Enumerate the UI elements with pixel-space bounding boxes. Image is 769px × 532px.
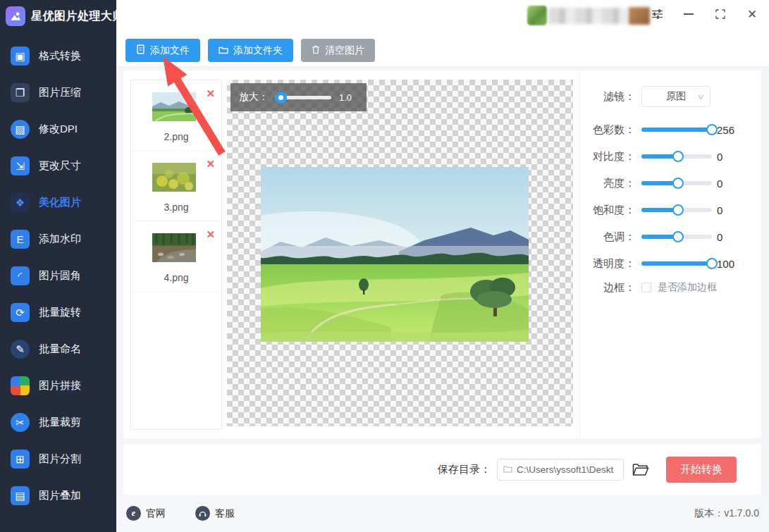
sidebar-item-label: 图片拼接 — [39, 379, 81, 392]
tune-icon[interactable] — [650, 6, 664, 22]
sidebar-item-add-watermark[interactable]: E添加水印 — [0, 221, 116, 257]
minimize-icon[interactable] — [682, 6, 696, 22]
slider-row-brightness: 亮度：0 — [580, 170, 761, 197]
sidebar-item-round-corner[interactable]: ◜图片圆角 — [0, 257, 116, 294]
slider-row-saturation: 饱和度：0 — [580, 197, 761, 223]
sidebar-item-beautify-image[interactable]: ❖美化图片 — [0, 184, 116, 221]
save-directory-input[interactable]: C:\Users\yssoft1\Deskt — [497, 459, 624, 481]
sidebar-item-batch-rotate[interactable]: ⟳批量旋转 — [0, 294, 116, 330]
zoom-toolbar: 放大： 1.0 — [230, 83, 367, 111]
image-overlay-icon: ▤ — [11, 486, 30, 505]
sidebar-item-resize[interactable]: ⇲更改尺寸 — [0, 147, 116, 184]
sidebar-item-label: 批量裁剪 — [39, 416, 81, 429]
round-corner-icon: ◜ — [11, 266, 30, 285]
maximize-icon[interactable] — [713, 6, 727, 22]
slider-thumb[interactable] — [672, 178, 684, 189]
filter-dropdown[interactable]: 原图 ∨ — [641, 86, 710, 107]
slider-value: 100 — [717, 258, 734, 270]
zoom-value: 1.0 — [339, 92, 352, 103]
sidebar-item-label: 图片叠加 — [39, 489, 81, 502]
slider-row-opacity: 透明度：100 — [580, 250, 761, 277]
close-icon[interactable]: ✕ — [745, 6, 759, 22]
format-convert-icon: ▣ — [11, 47, 30, 66]
border-checkbox-label: 是否添加边框 — [658, 281, 717, 294]
official-site-label: 官网 — [146, 507, 166, 520]
slider-value: 256 — [717, 124, 734, 136]
slider-thumb[interactable] — [672, 151, 684, 162]
slider-row-contrast: 对比度：0 — [580, 143, 761, 170]
adjustment-panel: 滤镜： 原图 ∨ 色彩数：256对比度：0亮度：0饱和度：0色调：0透明度：10… — [579, 70, 761, 438]
border-row: 边框： 是否添加边框 — [580, 277, 761, 298]
sidebar-item-label: 格式转换 — [39, 49, 81, 63]
sidebar-item-label: 批量旋转 — [39, 306, 81, 319]
contrast-slider[interactable] — [641, 154, 712, 159]
user-account-area[interactable] — [527, 6, 650, 25]
slider-label: 对比度： — [580, 150, 635, 163]
sidebar-item-modify-dpi[interactable]: ▨修改DPI — [0, 111, 116, 147]
toolbar: 添加文件 添加文件夹 清空图片 — [125, 39, 375, 62]
file-item[interactable]: ✕2.png — [131, 80, 221, 151]
app-logo-image-icon — [6, 6, 25, 26]
sidebar-item-label: 更改尺寸 — [39, 159, 81, 173]
sidebar-item-format-convert[interactable]: ▣格式转换 — [0, 37, 116, 74]
sidebar-item-label: 美化图片 — [39, 196, 81, 209]
file-item[interactable]: ✕4.png — [131, 221, 221, 292]
customer-support-link[interactable]: 客服 — [195, 506, 235, 521]
add-folder-label: 添加文件夹 — [233, 44, 283, 57]
brightness-slider[interactable] — [641, 181, 712, 185]
customer-support-label: 客服 — [215, 507, 235, 520]
preview-canvas[interactable]: 放大： 1.0 — [227, 80, 573, 426]
sidebar-item-label: 图片分割 — [39, 452, 81, 466]
start-convert-button[interactable]: 开始转换 — [666, 457, 737, 483]
add-folder-button[interactable]: 添加文件夹 — [208, 39, 293, 62]
slider-fill — [641, 261, 712, 266]
file-item[interactable]: ✕3.png — [131, 151, 221, 221]
opacity-slider[interactable] — [641, 261, 712, 266]
sidebar-item-batch-rename[interactable]: ✎批量命名 — [0, 330, 116, 367]
sidebar-item-label: 修改DPI — [39, 123, 78, 136]
header: 添加文件 添加文件夹 清空图片 — [116, 0, 769, 67]
slider-thumb[interactable] — [706, 258, 718, 269]
colors-count-slider[interactable] — [641, 128, 712, 132]
delete-file-icon[interactable]: ✕ — [206, 88, 215, 99]
file-name: 4.png — [131, 272, 221, 283]
clear-images-button[interactable]: 清空图片 — [301, 39, 375, 62]
border-checkbox[interactable] — [641, 283, 651, 292]
slider-thumb[interactable] — [672, 231, 684, 242]
hue-slider[interactable] — [641, 235, 712, 239]
file-icon — [136, 44, 145, 56]
slider-value: 0 — [717, 231, 722, 243]
sidebar-item-label: 图片压缩 — [39, 86, 81, 99]
sidebar-item-image-stitch[interactable]: 图片拼接 — [0, 367, 116, 404]
modify-dpi-icon: ▨ — [11, 120, 30, 139]
add-file-label: 添加文件 — [150, 44, 190, 57]
official-site-link[interactable]: e 官网 — [126, 506, 166, 521]
browse-folder-icon[interactable] — [632, 463, 649, 476]
file-thumbnail — [152, 163, 196, 192]
image-compress-icon: ❐ — [11, 83, 30, 102]
zoom-slider[interactable] — [275, 96, 331, 99]
slider-row-colors-count: 色彩数：256 — [580, 116, 761, 143]
preview-image — [261, 167, 529, 342]
sidebar-item-image-overlay[interactable]: ▤图片叠加 — [0, 477, 116, 514]
batch-rotate-icon: ⟳ — [11, 303, 30, 322]
slider-label: 色彩数： — [580, 123, 635, 137]
batch-crop-icon: ✂ — [11, 413, 30, 432]
sidebar-item-image-compress[interactable]: ❐图片压缩 — [0, 74, 116, 111]
delete-file-icon[interactable]: ✕ — [206, 159, 215, 169]
delete-file-icon[interactable]: ✕ — [206, 229, 215, 240]
sidebar-item-label: 图片圆角 — [39, 269, 81, 283]
slider-thumb[interactable] — [672, 204, 684, 216]
saturation-slider[interactable] — [641, 208, 712, 212]
file-name: 3.png — [131, 202, 221, 213]
slider-value: 0 — [717, 151, 722, 163]
app-window: 星优图片处理大师 ▣格式转换❐图片压缩▨修改DPI⇲更改尺寸❖美化图片E添加水印… — [0, 0, 769, 532]
slider-thumb[interactable] — [706, 124, 718, 135]
zoom-slider-thumb[interactable] — [275, 92, 287, 104]
add-file-button[interactable]: 添加文件 — [125, 39, 200, 62]
sidebar-item-batch-crop[interactable]: ✂批量裁剪 — [0, 404, 116, 440]
slider-row-hue: 色调：0 — [580, 223, 761, 250]
folder-icon — [503, 463, 512, 476]
sidebar-item-image-split[interactable]: ⊞图片分割 — [0, 440, 116, 477]
version-text: 版本：v1.7.0.0 — [694, 507, 759, 520]
